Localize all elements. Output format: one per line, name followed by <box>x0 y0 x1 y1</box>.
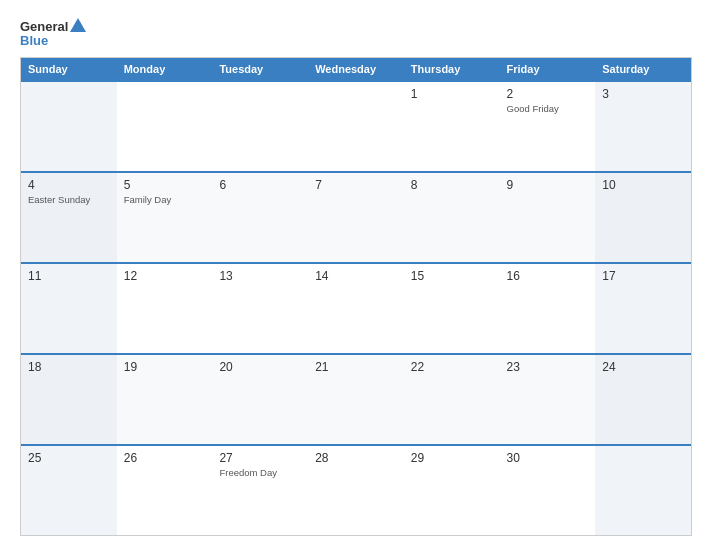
holiday-name: Easter Sunday <box>28 194 110 205</box>
day-cell: 17 <box>595 264 691 353</box>
day-number: 6 <box>219 178 301 192</box>
day-cell: 6 <box>212 173 308 262</box>
day-header-sunday: Sunday <box>21 58 117 80</box>
holiday-name: Freedom Day <box>219 467 301 478</box>
day-number: 27 <box>219 451 301 465</box>
day-number: 16 <box>507 269 589 283</box>
holiday-name: Good Friday <box>507 103 589 114</box>
day-cell: 25 <box>21 446 117 535</box>
day-number: 11 <box>28 269 110 283</box>
day-cell <box>212 82 308 171</box>
day-cell: 14 <box>308 264 404 353</box>
day-cell: 19 <box>117 355 213 444</box>
week-row-4: 18192021222324 <box>21 353 691 444</box>
day-cell: 5Family Day <box>117 173 213 262</box>
week-row-3: 11121314151617 <box>21 262 691 353</box>
calendar: SundayMondayTuesdayWednesdayThursdayFrid… <box>20 57 692 536</box>
day-number: 23 <box>507 360 589 374</box>
day-cell: 23 <box>500 355 596 444</box>
day-number: 5 <box>124 178 206 192</box>
day-cell: 8 <box>404 173 500 262</box>
day-cell: 7 <box>308 173 404 262</box>
day-number: 8 <box>411 178 493 192</box>
day-number: 21 <box>315 360 397 374</box>
day-header-thursday: Thursday <box>404 58 500 80</box>
day-cell: 11 <box>21 264 117 353</box>
day-number: 13 <box>219 269 301 283</box>
day-number: 3 <box>602 87 684 101</box>
day-cell: 27Freedom Day <box>212 446 308 535</box>
day-cell: 30 <box>500 446 596 535</box>
day-cell: 29 <box>404 446 500 535</box>
day-cell: 20 <box>212 355 308 444</box>
day-cell: 28 <box>308 446 404 535</box>
day-number: 29 <box>411 451 493 465</box>
day-number: 18 <box>28 360 110 374</box>
day-cell: 13 <box>212 264 308 353</box>
day-cell: 9 <box>500 173 596 262</box>
logo-triangle-icon <box>70 18 86 32</box>
day-number: 10 <box>602 178 684 192</box>
holiday-name: Family Day <box>124 194 206 205</box>
day-header-friday: Friday <box>500 58 596 80</box>
day-number: 14 <box>315 269 397 283</box>
logo-blue: Blue <box>20 34 48 47</box>
day-cell: 15 <box>404 264 500 353</box>
week-row-5: 252627Freedom Day282930 <box>21 444 691 535</box>
day-number: 17 <box>602 269 684 283</box>
day-header-monday: Monday <box>117 58 213 80</box>
days-header: SundayMondayTuesdayWednesdayThursdayFrid… <box>21 58 691 80</box>
day-cell <box>308 82 404 171</box>
week-row-1: 12Good Friday3 <box>21 80 691 171</box>
day-cell: 26 <box>117 446 213 535</box>
day-number: 24 <box>602 360 684 374</box>
day-number: 28 <box>315 451 397 465</box>
day-cell: 21 <box>308 355 404 444</box>
day-cell <box>595 446 691 535</box>
day-number: 1 <box>411 87 493 101</box>
day-cell: 3 <box>595 82 691 171</box>
week-row-2: 4Easter Sunday5Family Day678910 <box>21 171 691 262</box>
day-number: 4 <box>28 178 110 192</box>
day-cell: 10 <box>595 173 691 262</box>
day-number: 15 <box>411 269 493 283</box>
day-cell: 18 <box>21 355 117 444</box>
day-cell: 4Easter Sunday <box>21 173 117 262</box>
day-header-saturday: Saturday <box>595 58 691 80</box>
day-header-wednesday: Wednesday <box>308 58 404 80</box>
day-number: 2 <box>507 87 589 101</box>
day-number: 30 <box>507 451 589 465</box>
day-number: 19 <box>124 360 206 374</box>
day-number: 26 <box>124 451 206 465</box>
day-number: 12 <box>124 269 206 283</box>
weeks-container: 12Good Friday34Easter Sunday5Family Day6… <box>21 80 691 535</box>
day-number: 9 <box>507 178 589 192</box>
day-number: 20 <box>219 360 301 374</box>
day-cell: 24 <box>595 355 691 444</box>
logo: General Blue <box>20 18 86 47</box>
logo-general: General <box>20 20 68 33</box>
day-cell: 2Good Friday <box>500 82 596 171</box>
day-cell: 12 <box>117 264 213 353</box>
day-number: 22 <box>411 360 493 374</box>
day-number: 7 <box>315 178 397 192</box>
day-header-tuesday: Tuesday <box>212 58 308 80</box>
day-cell <box>21 82 117 171</box>
day-cell: 22 <box>404 355 500 444</box>
day-number: 25 <box>28 451 110 465</box>
day-cell <box>117 82 213 171</box>
day-cell: 16 <box>500 264 596 353</box>
day-cell: 1 <box>404 82 500 171</box>
